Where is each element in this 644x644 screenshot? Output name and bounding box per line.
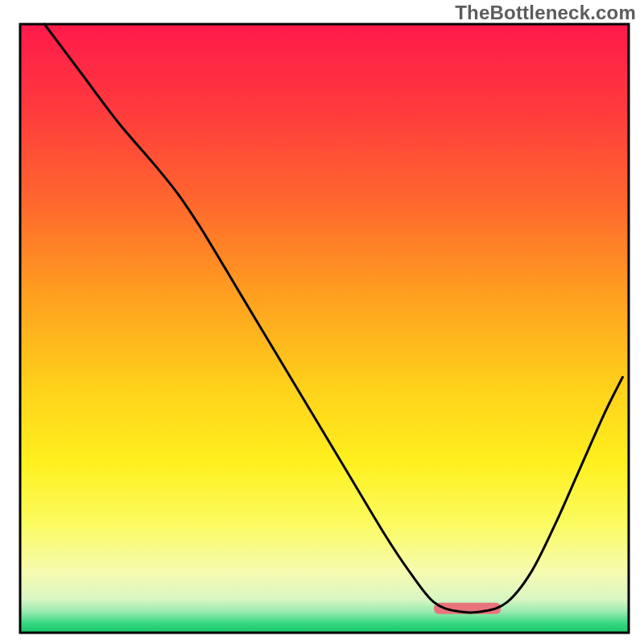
bottleneck-chart: TheBottleneck.com <box>0 0 644 644</box>
attribution-text: TheBottleneck.com <box>455 2 636 24</box>
chart-canvas <box>0 0 644 644</box>
